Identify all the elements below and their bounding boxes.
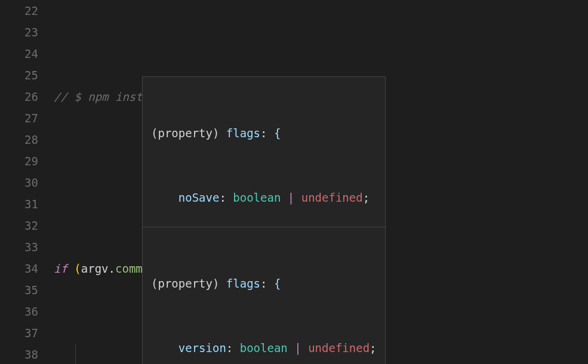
line-number: 27 bbox=[0, 107, 38, 129]
code-editor[interactable]: 22 23 24 25 26 27 28 29 30 31 32 33 34 3… bbox=[0, 0, 588, 364]
line-number: 25 bbox=[0, 64, 38, 86]
code-area[interactable]: // $ npm install lodash if (argv.command… bbox=[54, 0, 588, 364]
tooltip-line: (property) flags: { bbox=[151, 273, 377, 294]
tooltip-line: noSave: boolean | undefined; bbox=[151, 187, 377, 208]
line-number: 22 bbox=[0, 0, 38, 21]
line-number: 33 bbox=[0, 236, 38, 258]
line-number-gutter: 22 23 24 25 26 27 28 29 30 31 32 33 34 3… bbox=[0, 0, 54, 364]
line-number: 32 bbox=[0, 215, 38, 236]
tooltip-property-name: flags bbox=[226, 127, 260, 140]
keyword-if: if bbox=[54, 262, 67, 275]
line-number: 30 bbox=[0, 172, 38, 193]
line-number: 31 bbox=[0, 193, 38, 215]
line-number: 34 bbox=[0, 258, 38, 279]
tooltip-line: (property) flags: { bbox=[151, 122, 377, 144]
line-number: 24 bbox=[0, 43, 38, 64]
line-number: 23 bbox=[0, 21, 38, 43]
line-number: 28 bbox=[0, 129, 38, 150]
hover-type-tooltip: (property) flags: { version: boolean | u… bbox=[142, 227, 386, 364]
paren-open: ( bbox=[74, 262, 81, 275]
identifier: argv bbox=[81, 262, 109, 275]
line-number: 35 bbox=[0, 279, 38, 301]
line-number: 36 bbox=[0, 301, 38, 322]
line-number: 38 bbox=[0, 344, 38, 364]
tooltip-property-name: flags bbox=[226, 277, 260, 290]
line-number: 29 bbox=[0, 150, 38, 172]
line-number: 26 bbox=[0, 86, 38, 107]
tooltip-line: version: boolean | undefined; bbox=[151, 337, 377, 359]
line-number: 37 bbox=[0, 322, 38, 344]
indent-guide bbox=[75, 344, 76, 364]
dot: . bbox=[109, 262, 115, 275]
